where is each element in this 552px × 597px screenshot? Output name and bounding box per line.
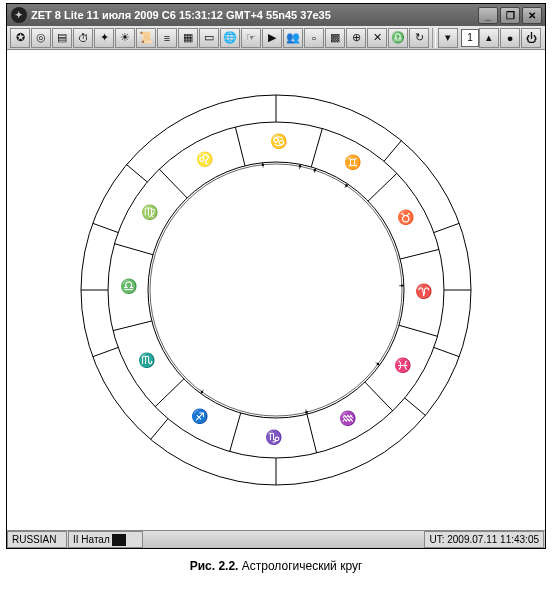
chart-number-box[interactable]: 1: [461, 29, 479, 47]
step-icon[interactable]: ▶: [262, 28, 282, 48]
target-icon[interactable]: ◎: [31, 28, 51, 48]
svg-line-11: [434, 223, 459, 232]
zodiac-glyph-aquarius: ♒: [339, 410, 357, 427]
figure-caption: Рис. 2.2. Астрологический круг: [0, 559, 552, 573]
marker-icon[interactable]: ●: [500, 28, 520, 48]
page-icon[interactable]: ▫: [304, 28, 324, 48]
svg-line-16: [399, 325, 437, 336]
svg-point-39: [201, 391, 203, 393]
zodiac-glyph-libra: ♎: [120, 278, 138, 295]
svg-line-19: [311, 129, 322, 167]
zodiac-glyph-virgo: ♍: [141, 204, 159, 221]
grid-icon[interactable]: ▦: [178, 28, 198, 48]
svg-point-0: [81, 95, 471, 485]
svg-point-1: [108, 122, 444, 458]
svg-line-25: [230, 413, 241, 451]
svg-point-43: [377, 363, 379, 365]
caption-number: Рис. 2.2.: [190, 559, 239, 573]
maximize-button[interactable]: ❐: [500, 7, 520, 24]
minimize-button[interactable]: _: [478, 7, 498, 24]
status-bar: RUSSIAN II Натал UT: 2009.07.11 11:43:05: [7, 530, 545, 548]
zodiac-glyph-cancer: ♋: [270, 133, 288, 150]
svg-point-29: [401, 284, 403, 286]
svg-line-24: [155, 379, 184, 407]
zodiac-glyph-scorpio: ♏: [138, 352, 156, 369]
refresh-icon[interactable]: ↻: [409, 28, 429, 48]
svg-line-17: [400, 249, 439, 259]
svg-line-5: [93, 347, 118, 356]
doc-icon[interactable]: ▤: [52, 28, 72, 48]
status-natal-label: II Натал: [73, 534, 110, 545]
zodiac-glyph-capricorn: ♑: [265, 429, 283, 446]
atlas-icon[interactable]: ⊕: [346, 28, 366, 48]
zodiac-glyph-pisces: ♓: [394, 357, 412, 374]
svg-line-21: [159, 169, 187, 198]
svg-line-12: [384, 141, 401, 162]
svg-line-27: [365, 382, 393, 411]
color-swatch: [112, 534, 126, 546]
svg-point-33: [314, 169, 316, 171]
chart-number-button[interactable]: ▾: [438, 28, 458, 48]
power-icon[interactable]: ⏻: [521, 28, 541, 48]
svg-point-2: [148, 162, 404, 418]
zodiac-glyph-sagittarius: ♐: [191, 408, 209, 425]
map-icon[interactable]: ▩: [325, 28, 345, 48]
globe-icon[interactable]: ✪: [10, 28, 30, 48]
status-spacer: [144, 531, 424, 548]
status-ut: UT: 2009.07.11 11:43:05: [424, 531, 544, 548]
application-window: ✦ ZET 8 Lite 11 июля 2009 С6 15:31:12 GM…: [6, 3, 546, 549]
svg-line-15: [93, 223, 118, 232]
svg-point-3: [150, 164, 402, 416]
svg-line-22: [115, 244, 153, 255]
svg-line-8: [405, 398, 426, 415]
tools-icon[interactable]: ✕: [367, 28, 387, 48]
zodiac-glyph-leo: ♌: [196, 151, 214, 168]
people-icon[interactable]: 👥: [283, 28, 303, 48]
close-button[interactable]: ✕: [522, 7, 542, 24]
status-natal[interactable]: II Натал: [68, 531, 143, 548]
search-icon[interactable]: ✦: [94, 28, 114, 48]
zodiac-wheel: ♈♉♊♋♌♍♎♏♐♑♒♓: [66, 80, 486, 500]
svg-line-20: [235, 127, 245, 166]
svg-point-31: [345, 184, 347, 186]
caption-text: Астрологический круг: [242, 559, 363, 573]
zodiac-glyph-taurus: ♉: [397, 209, 415, 226]
scroll-icon[interactable]: 📜: [136, 28, 156, 48]
chart-number-up[interactable]: ▴: [479, 28, 499, 48]
zodiac-glyph-aries: ♈: [415, 283, 433, 300]
toolbar: ✪◎▤⏱✦☀📜≡▦▭🌐☞▶👥▫▩⊕✕♎↻▾1▴●⏻: [7, 26, 545, 50]
status-language[interactable]: RUSSIAN: [7, 531, 67, 548]
svg-line-9: [434, 347, 459, 356]
svg-line-26: [307, 414, 317, 453]
svg-line-18: [368, 173, 397, 201]
libra-icon[interactable]: ♎: [388, 28, 408, 48]
form-icon[interactable]: ▭: [199, 28, 219, 48]
svg-point-37: [262, 163, 264, 165]
svg-line-14: [127, 165, 148, 182]
zodiac-glyph-gemini: ♊: [344, 154, 362, 171]
svg-line-23: [113, 321, 152, 331]
clock-icon[interactable]: ⏱: [73, 28, 93, 48]
svg-point-41: [305, 411, 307, 413]
title-bar[interactable]: ✦ ZET 8 Lite 11 июля 2009 С6 15:31:12 GM…: [7, 4, 545, 26]
hand-icon[interactable]: ☞: [241, 28, 261, 48]
list-icon[interactable]: ≡: [157, 28, 177, 48]
svg-point-35: [299, 165, 301, 167]
app-icon: ✦: [11, 7, 27, 23]
chart-canvas[interactable]: ♈♉♊♋♌♍♎♏♐♑♒♓: [7, 50, 545, 530]
window-title: ZET 8 Lite 11 июля 2009 С6 15:31:12 GMT+…: [31, 9, 478, 21]
svg-line-6: [151, 419, 168, 440]
toolbar-separator: [432, 28, 436, 48]
web-icon[interactable]: 🌐: [220, 28, 240, 48]
sun-icon[interactable]: ☀: [115, 28, 135, 48]
